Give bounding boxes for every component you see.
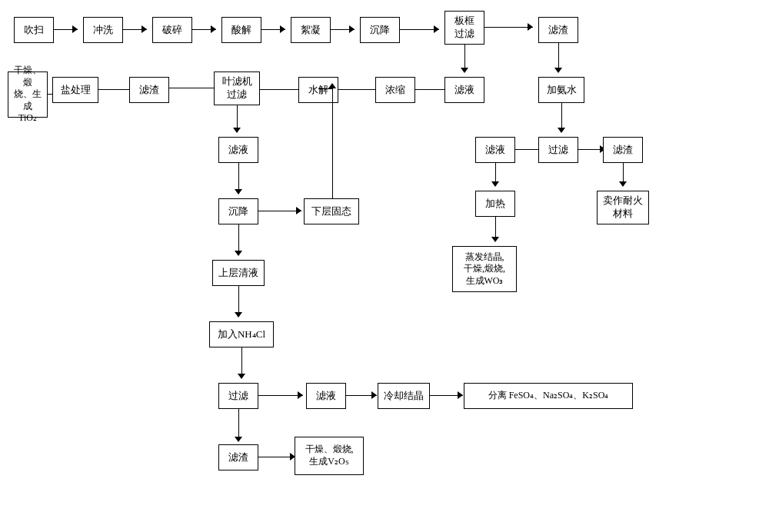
box-bankuang: 板框过滤 [444, 11, 484, 45]
box-xuning: 絮凝 [291, 17, 331, 43]
box-lvye3: 滤液 [218, 137, 258, 163]
box-fenli: 分离 FeSO₄、Na₂SO₄、K₂SO₄ [464, 383, 633, 409]
box-lvye4: 滤液 [306, 383, 346, 409]
box-xiaxiangutai: 下层固态 [304, 198, 359, 224]
box-yanchu: 盐处理 [52, 77, 98, 103]
box-tio2: 干燥、煅烧、生成TiO₂ [8, 71, 48, 118]
box-jiaan: 加氨水 [538, 77, 584, 103]
box-chenjiang2: 沉降 [218, 198, 258, 224]
box-nongsu: 浓缩 [375, 77, 415, 103]
box-guolv1: 过滤 [538, 137, 578, 163]
box-lvzha4: 滤渣 [218, 444, 258, 470]
box-yelv: 叶滤机过滤 [214, 71, 260, 105]
box-zhengfa: 蒸发结晶,干燥,煅烧,生成WO₃ [452, 246, 517, 292]
box-lvye1: 滤液 [475, 137, 515, 163]
box-lvye2: 滤液 [444, 77, 484, 103]
box-lengjue: 冷却结晶 [378, 383, 430, 409]
box-naihuo: 卖作耐火材料 [597, 191, 649, 224]
box-chuisao: 吹扫 [14, 17, 54, 43]
box-shangqingye: 上层清液 [212, 260, 265, 286]
box-lvzha2: 滤渣 [603, 137, 643, 163]
box-v2o5: 干燥、煅烧,生成V₂O₅ [295, 437, 364, 475]
box-chongxi: 冲洗 [83, 17, 123, 43]
box-chenjiang1: 沉降 [360, 17, 400, 43]
diagram: 吹扫 冲洗 破碎 酸解 絮凝 沉降 板框过滤 滤渣 加氨水 过滤 滤液 [0, 0, 769, 532]
box-lvzha3: 滤渣 [129, 77, 169, 103]
box-jiare: 加热 [475, 191, 515, 217]
box-guolv2: 过滤 [218, 383, 258, 409]
box-jiaru-nh4cl: 加入NH₄Cl [209, 321, 274, 347]
box-lvzha1: 滤渣 [538, 17, 578, 43]
box-suanjie: 酸解 [221, 17, 261, 43]
box-posui: 破碎 [152, 17, 192, 43]
